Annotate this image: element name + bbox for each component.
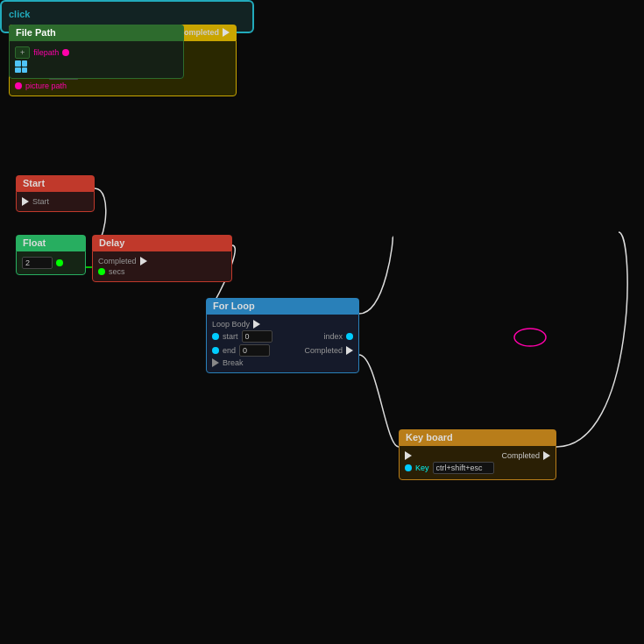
keyboard-completed-pin — [543, 451, 550, 460]
forloop-loopbody-row: Loop Body — [212, 320, 353, 329]
delay-node: Delay Completed secs — [92, 235, 232, 282]
start-header-label: Start — [23, 178, 45, 188]
float-node-header: Float — [16, 235, 86, 251]
delay-completed-pin — [140, 257, 147, 265]
forloop-node-body: Loop Body start index end Completed Brea… — [206, 314, 359, 373]
start-exec-pin — [22, 197, 29, 206]
float-node: Float — [16, 235, 86, 275]
forloop-node: For Loop Loop Body start index end Compl… — [206, 298, 359, 373]
delay-header-label: Delay — [99, 237, 124, 248]
start-node: Start Start — [16, 175, 95, 212]
delay-secs-label: secs — [109, 267, 125, 276]
forloop-start-row: start index — [212, 330, 353, 343]
delay-secs-row: secs — [98, 267, 226, 276]
filepath-node-body: + filepath — [9, 40, 184, 79]
left-picturepath-label: picture path — [25, 81, 67, 90]
forloop-completed-pin — [346, 346, 353, 355]
keyboard-node-header: Key board — [399, 429, 556, 445]
left-picturepath-row: picture path — [15, 81, 230, 90]
filepath-row: + filepath — [15, 46, 178, 59]
keyboard-node: Key board Completed Key — [399, 429, 556, 480]
forloop-start-pin — [212, 333, 219, 340]
delay-node-header: Delay — [92, 235, 232, 251]
forloop-index-pin — [346, 333, 353, 340]
forloop-end-label: end — [223, 346, 236, 355]
start-node-header: Start — [16, 175, 95, 191]
windows-icon — [15, 60, 27, 73]
keyboard-key-row: Key — [405, 462, 550, 474]
float-node-body — [16, 251, 86, 275]
start-node-body: Start — [16, 191, 95, 212]
click-group-label: click — [9, 9, 245, 19]
forloop-loopbody-label: Loop Body — [212, 320, 250, 329]
click-group: click Left Completed double click times … — [0, 0, 254, 33]
filepath-output-pin — [62, 49, 69, 56]
float-value-row — [22, 257, 80, 269]
forloop-end-row: end Completed — [212, 344, 353, 357]
start-pin-row: Start — [22, 197, 88, 206]
float-header-label: Float — [23, 237, 46, 248]
keyboard-completed-label: Completed — [501, 451, 540, 460]
keyboard-key-label: Key — [415, 464, 429, 472]
keyboard-header-label: Key board — [406, 432, 453, 442]
filepath-windows-row — [15, 60, 178, 73]
filepath-add-button[interactable]: + — [15, 46, 30, 59]
left-completed-pin — [223, 28, 230, 37]
forloop-start-input[interactable] — [242, 330, 272, 343]
filepath-header-label: File Path — [16, 27, 56, 38]
forloop-header-label: For Loop — [213, 301, 255, 311]
forloop-node-header: For Loop — [206, 298, 359, 314]
float-output-pin — [56, 259, 63, 266]
filepath-node: File Path + filepath — [9, 25, 184, 79]
forloop-start-label: start — [223, 332, 238, 341]
delay-completed-label: Completed — [98, 257, 137, 265]
delay-secs-pin — [98, 268, 105, 275]
start-pin-label: Start — [32, 197, 49, 206]
forloop-break-row: Break — [212, 358, 353, 367]
left-picturepath-pin — [15, 82, 22, 89]
forloop-index-label: index — [323, 332, 343, 341]
keyboard-node-body: Completed Key — [399, 445, 556, 480]
keyboard-key-pin — [405, 464, 412, 471]
left-completed-label: Completed — [178, 28, 219, 37]
forloop-end-input[interactable] — [239, 344, 270, 357]
forloop-break-pin — [212, 358, 219, 367]
forloop-end-pin — [212, 347, 219, 354]
float-value-input[interactable] — [22, 257, 53, 269]
delay-node-body: Completed secs — [92, 251, 232, 282]
keyboard-exec-row: Completed — [405, 451, 550, 460]
forloop-completed-label: Completed — [304, 346, 343, 355]
keyboard-key-input[interactable] — [433, 462, 494, 474]
filepath-node-header: File Path — [9, 25, 184, 40]
filepath-label: filepath — [33, 48, 59, 57]
forloop-loopbody-pin — [253, 320, 260, 329]
svg-point-0 — [514, 329, 546, 346]
delay-completed-row: Completed — [98, 257, 226, 265]
forloop-break-label: Break — [223, 358, 244, 367]
keyboard-exec-in-pin — [405, 451, 412, 460]
